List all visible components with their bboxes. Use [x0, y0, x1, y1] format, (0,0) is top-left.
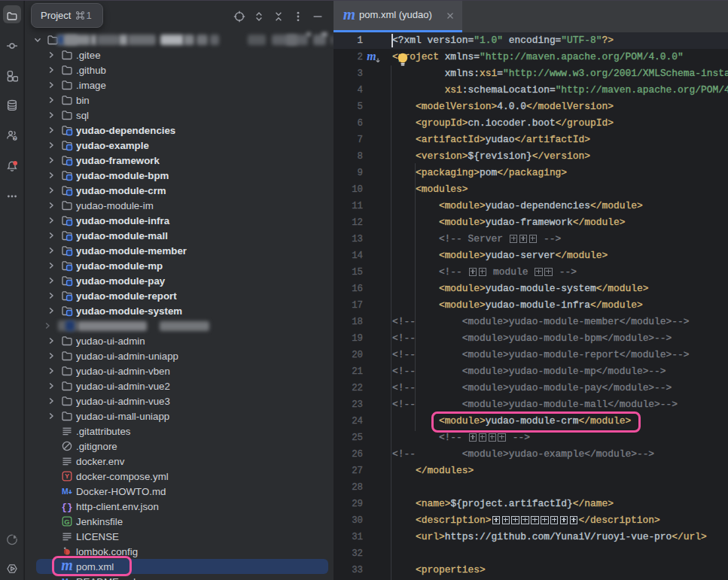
- svg-text:?: ?: [14, 136, 17, 141]
- svg-text:M: M: [62, 577, 69, 580]
- svg-text:G: G: [64, 518, 69, 526]
- svg-text:m: m: [343, 8, 355, 22]
- svg-text:{}: {}: [61, 503, 72, 513]
- svg-text:M: M: [62, 487, 69, 496]
- svg-text:Y: Y: [65, 472, 69, 480]
